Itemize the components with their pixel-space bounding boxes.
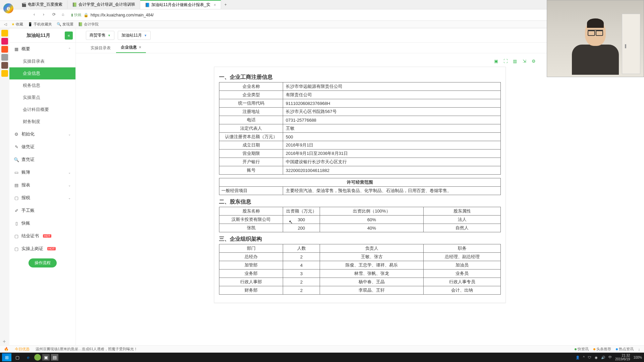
app-icon-3[interactable]: ▤ xyxy=(51,354,58,361)
dropdown-category[interactable]: 商贸零售▼ xyxy=(86,31,114,40)
chevron-down-icon: ⌄ xyxy=(68,171,71,174)
sidebar-group-ledger[interactable]: ▭账簿⌄ xyxy=(9,166,75,179)
sidebar-group-init[interactable]: ⚙初始化⌄ xyxy=(9,128,75,140)
history-back-icon[interactable]: ◁ xyxy=(4,22,7,26)
sidebar-group-job-cert[interactable]: ▢实操上岗证HOT xyxy=(9,242,75,255)
system-tray: 👤 ^ 🛡 ◉ 🔊 中 21:32 2019/6/19 100% xyxy=(576,354,642,361)
tab-2[interactable]: 📘加油站11月会计做账会计报表_实× xyxy=(140,0,221,9)
news-headline[interactable]: 温州豆瓣现场1厘米的悬崖…造成61人遇难，照魔子受到曝光！ xyxy=(36,347,138,352)
close-icon[interactable]: × xyxy=(139,45,141,50)
sidebar-collapse-button[interactable]: « xyxy=(65,32,73,40)
sidebar-item-keypoints[interactable]: 实操重点 xyxy=(9,92,75,104)
table-row: 企业名称长沙市华远能源有限责任公司 xyxy=(219,82,501,91)
fit-icon[interactable]: ▣ xyxy=(493,58,499,64)
sidebar-group-cert[interactable]: ▢结业证书HOT xyxy=(9,230,75,242)
news-src-1[interactable]: 快资讯 xyxy=(575,347,589,352)
tray-shield-icon[interactable]: 🛡 xyxy=(588,356,591,359)
section-3-title: 三、企业组织架构 xyxy=(219,236,501,243)
url-input[interactable]: ▮ 快账 🔒 https://lx.kuaizhang.com/main_484… xyxy=(71,12,575,17)
doc-icon: ▯ xyxy=(14,221,19,226)
tray-chrome-icon[interactable]: ◉ xyxy=(595,356,598,359)
news-src-3[interactable]: 热点资讯 xyxy=(616,347,634,352)
pencil-icon: ✐ xyxy=(14,208,19,213)
back-icon[interactable]: ‹ xyxy=(34,12,40,18)
sidebar-group-lookup[interactable]: 🔍查凭证 xyxy=(9,153,75,166)
bookmark-mobile[interactable]: 📱手机收藏夹 xyxy=(28,22,52,27)
sidebar-item-enterprise-info[interactable]: 企业信息 xyxy=(9,67,75,79)
new-tab-button[interactable]: + xyxy=(221,2,230,7)
sidebar-group-quick[interactable]: ▯快账 xyxy=(9,217,75,230)
forward-icon[interactable]: › xyxy=(43,12,49,18)
strip-icon-5[interactable] xyxy=(1,62,8,69)
sidebar-item-subjects[interactable]: 会计科目概要 xyxy=(9,104,75,116)
sidebar-group-tax[interactable]: ▢报税⌄ xyxy=(9,191,75,204)
hot-badge: HOT xyxy=(43,234,51,238)
sidebar-item-finance-policy[interactable]: 财务制度 xyxy=(9,116,75,128)
news-arrow-icon[interactable]: ↓ xyxy=(638,347,640,351)
business-scope-table: 许可经营范围 一般经营项目主要经营汽油、柴油零售，预包装食品、化学制品、石油制品… xyxy=(219,178,501,195)
app-icon-1[interactable] xyxy=(34,354,41,361)
sidebar-group-report[interactable]: ▤报表⌄ xyxy=(9,179,75,191)
add-panel-button[interactable]: + xyxy=(3,339,6,345)
operation-flow-button[interactable]: 操作流程 xyxy=(29,258,57,267)
strip-icon-3[interactable] xyxy=(1,46,8,53)
strip-icon-4[interactable] xyxy=(1,54,8,61)
dropdown-period[interactable]: 加油站11月▼ xyxy=(118,31,151,40)
book-icon: ▭ xyxy=(14,170,19,175)
sidebar-group-overview[interactable]: ▦ 概要 ⌃ xyxy=(9,43,75,55)
reload-icon[interactable]: ⟳ xyxy=(52,12,58,18)
task-view-icon[interactable]: ▢ xyxy=(13,353,22,361)
table-header-row: 部门 人数 负责人 职务 xyxy=(219,244,501,253)
export-icon[interactable]: ⇲ xyxy=(521,58,527,64)
sidebar-group-manual[interactable]: ✐手工账 xyxy=(9,204,75,217)
settings-icon[interactable]: ⚙ xyxy=(531,58,537,64)
chevron-down-icon: ▼ xyxy=(108,34,111,37)
home-icon[interactable]: ⌂ xyxy=(62,12,68,18)
close-icon[interactable]: × xyxy=(214,3,216,7)
strip-icon-1[interactable] xyxy=(1,30,8,37)
content-tab-catalog[interactable]: 实操目录表 xyxy=(86,43,115,53)
webcam-overlay[interactable] xyxy=(547,0,644,77)
content-tab-enterprise[interactable]: 企业信息× xyxy=(116,43,146,53)
fullscreen-icon[interactable]: ⛶ xyxy=(502,58,508,64)
download-icon[interactable]: ▥ xyxy=(512,58,518,64)
table-row: 电话0731-25776688 xyxy=(219,116,501,124)
tab-1[interactable]: 📗会计学堂_会计培训_会计培训班 xyxy=(67,0,140,9)
taskbar-clock[interactable]: 21:32 2019/6/19 xyxy=(615,354,630,361)
strip-icon-6[interactable] xyxy=(1,70,8,77)
news-src-2[interactable]: 头条推荐 xyxy=(593,347,611,352)
document-viewport[interactable]: ▣ ⛶ ▥ ⇲ ⚙ 一、企业工商注册信息 企业名称长沙市华远能源有限责任公司 企… xyxy=(76,53,644,352)
app-icon-2[interactable]: ▣ xyxy=(42,354,50,361)
table-row: 认缴注册资本总额（万元）500 xyxy=(219,133,501,141)
bookmark-acc[interactable]: 📗会计学院 xyxy=(78,22,99,27)
tray-ime[interactable]: 中 xyxy=(608,355,612,360)
table-row: 账号322000201004611882 xyxy=(219,166,501,175)
cursor-icon: ↖ xyxy=(289,219,293,225)
table-row: 行政人事部2杨中春、王晶行政人事专员 xyxy=(219,278,501,286)
tray-people-icon[interactable]: 👤 xyxy=(576,356,580,359)
news-icon: 🔥 xyxy=(4,347,9,351)
sidebar-item-tax-info[interactable]: 税务信息 xyxy=(9,79,75,92)
edge-icon[interactable]: e xyxy=(23,353,33,361)
table-row: 企业类型有限责任公司 xyxy=(219,91,501,99)
tray-zoom: 100% xyxy=(633,356,642,359)
tray-up-icon[interactable]: ^ xyxy=(583,356,585,359)
bookmark-favorites[interactable]: ★收藏 xyxy=(11,22,23,27)
search-icon: 🔍 xyxy=(14,157,19,162)
left-vertical-strip xyxy=(0,28,9,77)
report-icon: ▤ xyxy=(14,183,19,187)
sidebar: 加油站11月 « ▦ 概要 ⌃ 实操目录表 企业信息 税务信息 实操重点 会计科… xyxy=(9,28,76,352)
tray-volume-icon[interactable]: 🔊 xyxy=(601,356,605,359)
table-header-row: 股东名称 出资额（万元） 出资比例（100%） 股东属性 xyxy=(219,207,501,216)
document: 一、企业工商注册信息 企业名称长沙市华远能源有限责任公司 企业类型有限责任公司 … xyxy=(214,67,506,303)
tab-0[interactable]: 🎬电影天堂_百度搜索 xyxy=(17,0,67,9)
start-button[interactable]: ⊞ xyxy=(2,353,11,361)
bookmark-discover[interactable]: 🔍发现屋 xyxy=(57,22,73,27)
sidebar-item-catalog[interactable]: 实操目录表 xyxy=(9,55,75,67)
news-tag: 今日优选 xyxy=(15,347,30,352)
strip-icon-2[interactable] xyxy=(1,38,8,45)
sidebar-group-voucher[interactable]: ✎做凭证 xyxy=(9,140,75,153)
sidebar-title: 加油站11月 xyxy=(12,33,65,39)
table-row: 成立日期2016年9月1日 xyxy=(219,141,501,149)
section-2-title: 二、股东信息 xyxy=(219,198,501,205)
